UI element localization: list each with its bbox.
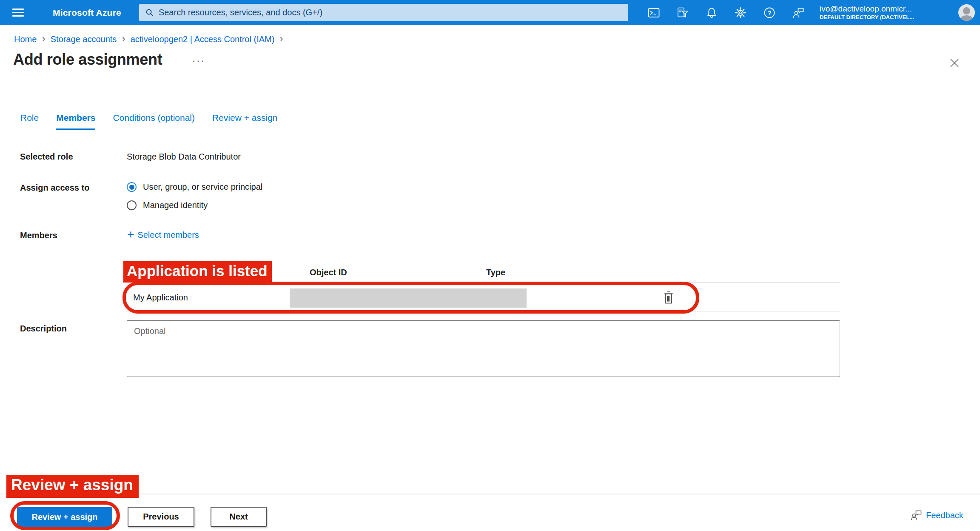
avatar-head (963, 7, 970, 14)
top-bar: Microsoft Azure (0, 0, 980, 25)
breadcrumb-chevron-icon: › (42, 34, 45, 44)
avatar-body (960, 15, 973, 21)
avatar[interactable] (958, 4, 975, 21)
directory-filter-button[interactable] (677, 7, 689, 19)
radio-managed-identity[interactable]: Managed identity (127, 200, 208, 210)
member-row-name: My Application (133, 293, 188, 303)
feedback-person-icon (910, 509, 923, 521)
breadcrumb-storage-accounts[interactable]: Storage accounts (51, 34, 117, 44)
close-icon[interactable] (949, 57, 960, 69)
breadcrumb-access-control[interactable]: activeloopgen2 | Access Control (IAM) (131, 34, 275, 44)
next-button[interactable]: Next (211, 507, 267, 527)
redacted-object-id-value (290, 288, 527, 308)
description-label: Description (20, 324, 67, 334)
svg-text:?: ? (767, 9, 771, 16)
tab-role[interactable]: Role (20, 113, 39, 130)
annotation-review-assign: Review + assign (6, 475, 139, 498)
hamburger-menu-button[interactable] (0, 0, 36, 25)
radio-user-group-service-principal[interactable]: User, group, or service principal (127, 182, 262, 192)
description-textarea[interactable] (127, 320, 840, 377)
column-header-type: Type (486, 268, 505, 277)
notifications-bell-button[interactable] (706, 7, 718, 19)
breadcrumb-chevron-icon: › (279, 34, 283, 44)
delete-trash-icon[interactable] (663, 291, 675, 305)
feedback-person-button[interactable] (792, 7, 804, 19)
account-menu[interactable]: ivo@dactiveloop.onmicr... DEFAULT DIRECT… (820, 4, 954, 22)
selected-role-value: Storage Blob Data Contributor (127, 152, 241, 162)
topbar-icon-group: ? (648, 7, 804, 19)
radio-selected-icon (127, 182, 137, 192)
plus-icon: + (127, 230, 134, 240)
breadcrumb-chevron-icon: › (122, 34, 125, 44)
previous-button[interactable]: Previous (128, 507, 194, 527)
breadcrumb: Home › Storage accounts › activeloopgen2… (14, 34, 283, 44)
page-title: Add role assignment (13, 51, 162, 69)
cloud-shell-button[interactable] (648, 7, 660, 19)
tab-bar: Role Members Conditions (optional) Revie… (20, 113, 278, 130)
footer-divider (0, 494, 980, 494)
breadcrumb-home[interactable]: Home (14, 34, 37, 44)
help-button[interactable]: ? (763, 7, 775, 19)
azure-brand-logo[interactable]: Microsoft Azure (53, 8, 121, 18)
search-icon (145, 8, 154, 17)
column-header-object-id: Object ID (310, 268, 347, 277)
account-directory: DEFAULT DIRECTORY (DACTIVEL... (820, 14, 954, 21)
selected-role-label: Selected role (20, 152, 73, 162)
more-actions-button[interactable]: ··· (192, 55, 205, 66)
search-input[interactable] (159, 8, 622, 17)
tab-review-assign[interactable]: Review + assign (212, 113, 278, 130)
review-assign-button[interactable]: Review + assign (17, 507, 112, 527)
account-email: ivo@dactiveloop.onmicr... (820, 4, 954, 14)
assign-access-label: Assign access to (20, 183, 89, 193)
hamburger-icon (12, 6, 24, 19)
tab-conditions[interactable]: Conditions (optional) (113, 113, 195, 130)
table-row-divider (126, 311, 840, 312)
settings-gear-button[interactable] (735, 7, 746, 19)
global-search-box[interactable] (139, 4, 628, 21)
annotation-application-listed: Application is listed (123, 261, 272, 283)
azure-portal-page: Microsoft Azure (0, 0, 980, 531)
tab-members[interactable]: Members (56, 113, 95, 130)
members-label: Members (20, 231, 57, 240)
select-members-link[interactable]: + Select members (127, 230, 199, 240)
feedback-link[interactable]: Feedback (910, 509, 963, 521)
radio-unselected-icon (127, 200, 137, 210)
